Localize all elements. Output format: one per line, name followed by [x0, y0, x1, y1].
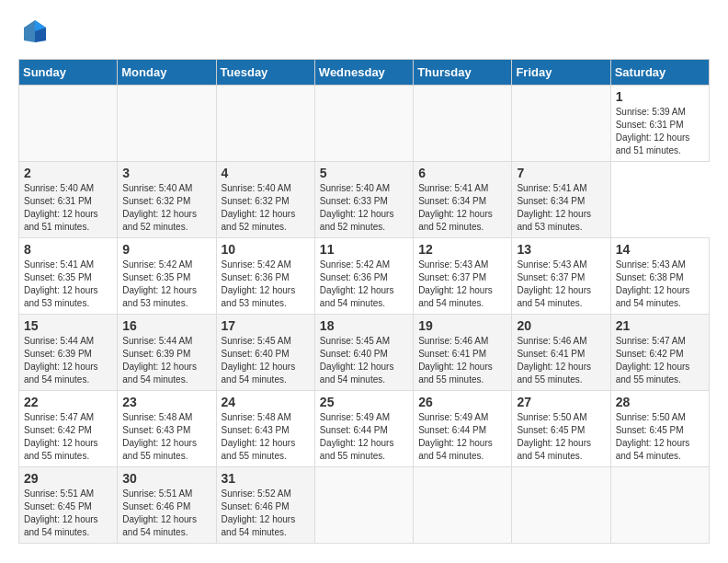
day-of-week-header: Thursday: [414, 60, 512, 86]
day-info: Sunrise: 5:45 AM Sunset: 6:40 PM Dayligh…: [222, 335, 310, 386]
calendar-day: 7Sunrise: 5:41 AM Sunset: 6:34 PM Daylig…: [512, 162, 610, 238]
calendar-day: 22Sunrise: 5:47 AM Sunset: 6:42 PM Dayli…: [19, 391, 118, 467]
day-info: Sunrise: 5:41 AM Sunset: 6:34 PM Dayligh…: [418, 182, 506, 234]
calendar-day: 16Sunrise: 5:44 AM Sunset: 6:39 PM Dayli…: [118, 315, 216, 391]
calendar-day: 18Sunrise: 5:45 AM Sunset: 6:40 PM Dayli…: [314, 315, 413, 391]
day-number: 4: [222, 166, 310, 180]
day-of-week-header: Sunday: [19, 60, 118, 86]
day-info: Sunrise: 5:39 AM Sunset: 6:31 PM Dayligh…: [616, 106, 704, 157]
day-number: 3: [122, 166, 210, 180]
day-info: Sunrise: 5:43 AM Sunset: 6:38 PM Dayligh…: [616, 259, 704, 310]
calendar-week-row: 2Sunrise: 5:40 AM Sunset: 6:31 PM Daylig…: [19, 162, 710, 238]
day-info: Sunrise: 5:41 AM Sunset: 6:35 PM Dayligh…: [24, 259, 112, 310]
calendar-day: 20Sunrise: 5:46 AM Sunset: 6:41 PM Dayli…: [512, 315, 610, 391]
calendar-week-row: 22Sunrise: 5:47 AM Sunset: 6:42 PM Dayli…: [19, 391, 710, 467]
day-info: Sunrise: 5:43 AM Sunset: 6:37 PM Dayligh…: [517, 259, 605, 310]
calendar-week-row: 29Sunrise: 5:51 AM Sunset: 6:45 PM Dayli…: [19, 467, 710, 544]
calendar-day: 11Sunrise: 5:42 AM Sunset: 6:36 PM Dayli…: [314, 238, 413, 315]
day-number: 21: [616, 318, 704, 333]
calendar-day: 26Sunrise: 5:49 AM Sunset: 6:44 PM Dayli…: [414, 391, 512, 467]
calendar-week-row: 8Sunrise: 5:41 AM Sunset: 6:35 PM Daylig…: [19, 238, 710, 315]
day-number: 18: [320, 318, 408, 333]
calendar-table: SundayMondayTuesdayWednesdayThursdayFrid…: [18, 59, 710, 544]
calendar-day-empty: [314, 86, 413, 162]
day-number: 17: [222, 318, 310, 333]
page-header: [18, 18, 710, 44]
calendar-day-empty: [414, 467, 512, 544]
day-info: Sunrise: 5:50 AM Sunset: 6:45 PM Dayligh…: [517, 411, 605, 463]
calendar-day: 24Sunrise: 5:48 AM Sunset: 6:43 PM Dayli…: [216, 391, 314, 467]
day-number: 23: [122, 395, 210, 409]
day-number: 2: [24, 166, 112, 180]
day-number: 30: [122, 471, 210, 486]
calendar-day: 6Sunrise: 5:41 AM Sunset: 6:34 PM Daylig…: [414, 162, 512, 238]
day-number: 9: [122, 242, 210, 257]
day-number: 31: [222, 471, 310, 486]
calendar-day-empty: [512, 467, 610, 544]
day-info: Sunrise: 5:51 AM Sunset: 6:46 PM Dayligh…: [122, 488, 210, 539]
day-number: 20: [517, 318, 605, 333]
day-info: Sunrise: 5:50 AM Sunset: 6:45 PM Dayligh…: [616, 411, 704, 463]
calendar-day: 1Sunrise: 5:39 AM Sunset: 6:31 PM Daylig…: [610, 86, 709, 162]
day-number: 14: [616, 242, 704, 257]
day-of-week-header: Friday: [512, 60, 610, 86]
calendar-body: 1Sunrise: 5:39 AM Sunset: 6:31 PM Daylig…: [19, 86, 710, 544]
day-info: Sunrise: 5:48 AM Sunset: 6:43 PM Dayligh…: [122, 411, 210, 463]
logo: [18, 18, 48, 44]
day-of-week-header: Monday: [118, 60, 216, 86]
day-number: 6: [418, 166, 506, 180]
calendar-day: 23Sunrise: 5:48 AM Sunset: 6:43 PM Dayli…: [118, 391, 216, 467]
day-number: 25: [320, 395, 408, 409]
calendar-day: 28Sunrise: 5:50 AM Sunset: 6:45 PM Dayli…: [610, 391, 709, 467]
calendar-day: 27Sunrise: 5:50 AM Sunset: 6:45 PM Dayli…: [512, 391, 610, 467]
calendar-day-empty: [610, 467, 709, 544]
day-info: Sunrise: 5:49 AM Sunset: 6:44 PM Dayligh…: [418, 411, 506, 463]
calendar-week-row: 15Sunrise: 5:44 AM Sunset: 6:39 PM Dayli…: [19, 315, 710, 391]
calendar-week-row: 1Sunrise: 5:39 AM Sunset: 6:31 PM Daylig…: [19, 86, 710, 162]
day-number: 13: [517, 242, 605, 257]
day-number: 5: [320, 166, 408, 180]
calendar-day: 13Sunrise: 5:43 AM Sunset: 6:37 PM Dayli…: [512, 238, 610, 315]
calendar-day-empty: [118, 86, 216, 162]
day-number: 11: [320, 242, 408, 257]
day-info: Sunrise: 5:41 AM Sunset: 6:34 PM Dayligh…: [517, 182, 605, 234]
calendar-day-empty: [414, 86, 512, 162]
day-number: 8: [24, 242, 112, 257]
calendar-day: 19Sunrise: 5:46 AM Sunset: 6:41 PM Dayli…: [414, 315, 512, 391]
day-number: 26: [418, 395, 506, 409]
day-of-week-header: Wednesday: [314, 60, 413, 86]
day-number: 10: [222, 242, 310, 257]
day-number: 28: [616, 395, 704, 409]
day-info: Sunrise: 5:43 AM Sunset: 6:37 PM Dayligh…: [418, 259, 506, 310]
day-info: Sunrise: 5:42 AM Sunset: 6:36 PM Dayligh…: [222, 259, 310, 310]
day-info: Sunrise: 5:47 AM Sunset: 6:42 PM Dayligh…: [616, 335, 704, 386]
day-number: 1: [616, 89, 704, 104]
day-of-week-header: Saturday: [610, 60, 709, 86]
day-info: Sunrise: 5:40 AM Sunset: 6:32 PM Dayligh…: [122, 182, 210, 234]
day-info: Sunrise: 5:47 AM Sunset: 6:42 PM Dayligh…: [24, 411, 112, 463]
calendar-day: 29Sunrise: 5:51 AM Sunset: 6:45 PM Dayli…: [19, 467, 118, 544]
calendar-day-empty: [19, 86, 118, 162]
calendar-day: 30Sunrise: 5:51 AM Sunset: 6:46 PM Dayli…: [118, 467, 216, 544]
day-info: Sunrise: 5:51 AM Sunset: 6:45 PM Dayligh…: [24, 488, 112, 539]
calendar-day: 25Sunrise: 5:49 AM Sunset: 6:44 PM Dayli…: [314, 391, 413, 467]
day-info: Sunrise: 5:42 AM Sunset: 6:35 PM Dayligh…: [122, 259, 210, 310]
day-info: Sunrise: 5:40 AM Sunset: 6:33 PM Dayligh…: [320, 182, 408, 234]
calendar-day: 8Sunrise: 5:41 AM Sunset: 6:35 PM Daylig…: [19, 238, 118, 315]
calendar-day: 2Sunrise: 5:40 AM Sunset: 6:31 PM Daylig…: [19, 162, 118, 238]
day-info: Sunrise: 5:40 AM Sunset: 6:32 PM Dayligh…: [222, 182, 310, 234]
calendar-day-empty: [216, 86, 314, 162]
day-info: Sunrise: 5:44 AM Sunset: 6:39 PM Dayligh…: [24, 335, 112, 386]
calendar-day: 21Sunrise: 5:47 AM Sunset: 6:42 PM Dayli…: [610, 315, 709, 391]
day-info: Sunrise: 5:42 AM Sunset: 6:36 PM Dayligh…: [320, 259, 408, 310]
day-number: 7: [517, 166, 605, 180]
calendar-day: 14Sunrise: 5:43 AM Sunset: 6:38 PM Dayli…: [610, 238, 709, 315]
days-of-week-row: SundayMondayTuesdayWednesdayThursdayFrid…: [19, 60, 710, 86]
day-info: Sunrise: 5:40 AM Sunset: 6:31 PM Dayligh…: [24, 182, 112, 234]
calendar-day: 5Sunrise: 5:40 AM Sunset: 6:33 PM Daylig…: [314, 162, 413, 238]
day-info: Sunrise: 5:52 AM Sunset: 6:46 PM Dayligh…: [222, 488, 310, 539]
calendar-day: 15Sunrise: 5:44 AM Sunset: 6:39 PM Dayli…: [19, 315, 118, 391]
calendar-day: 9Sunrise: 5:42 AM Sunset: 6:35 PM Daylig…: [118, 238, 216, 315]
day-number: 22: [24, 395, 112, 409]
day-info: Sunrise: 5:48 AM Sunset: 6:43 PM Dayligh…: [222, 411, 310, 463]
